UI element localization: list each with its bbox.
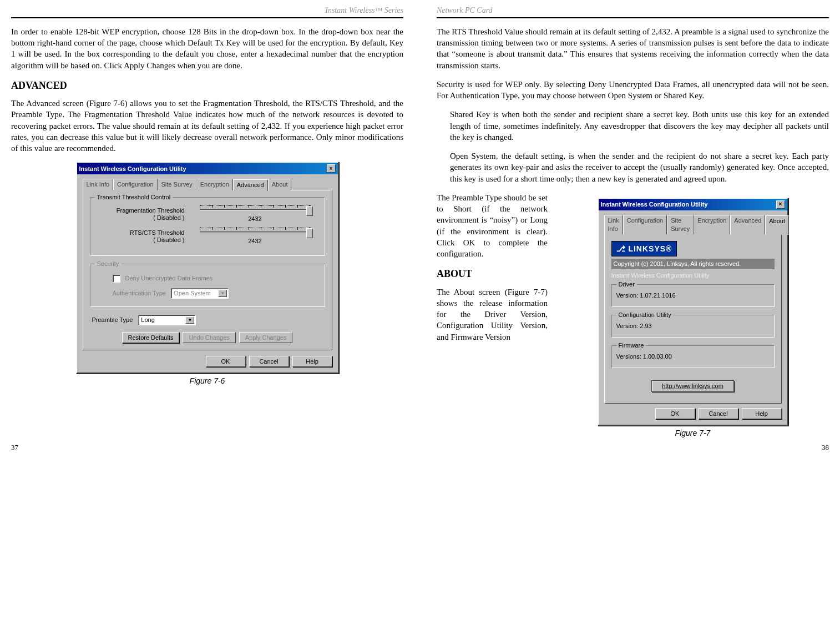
fragmentation-threshold-row: Fragmentation Threshold ( Disabled ) 243…: [96, 205, 319, 223]
group-security: Security Deny Unencrypted Data Frames Au…: [90, 264, 325, 307]
deny-unencrypted-row: Deny Unencrypted Data Frames: [113, 274, 319, 283]
auth-type-value: Open System: [174, 290, 211, 296]
group-driver: Driver Version: 1.07.21.1016: [611, 284, 775, 307]
fragmentation-value: 2432: [248, 215, 261, 223]
figure-caption: Figure 7-6: [11, 376, 403, 386]
auth-type-label: Authentication Type: [113, 290, 166, 296]
paragraph: The RTS Threshold Value should remain at…: [437, 26, 829, 71]
rts-slider[interactable]: [200, 228, 311, 236]
group-legend: Driver: [616, 280, 637, 289]
chevron-down-icon: ▼: [220, 291, 225, 297]
driver-version: Version: 1.07.21.1016: [616, 291, 770, 300]
fragmentation-label: Fragmentation Threshold ( Disabled ): [96, 207, 191, 222]
linksys-link[interactable]: http://www.linksys.com: [651, 380, 734, 392]
auth-type-row: Authentication Type Open System ▼: [113, 288, 319, 299]
paragraph: In order to enable 128-bit WEP encryptio…: [11, 26, 403, 71]
ok-button[interactable]: OK: [206, 356, 246, 367]
group-legend: Security: [95, 260, 122, 268]
heading-advanced: ADVANCED: [11, 79, 403, 92]
firmware-version: Versions: 1.00.03.00: [616, 353, 770, 361]
figure-caption: Figure 7-7: [556, 428, 829, 439]
group-config-utility: Configuration Utility Version: 2.93: [611, 315, 775, 338]
cancel-button[interactable]: Cancel: [249, 356, 289, 367]
button-row-1: Restore Defaults Undo Changes Apply Chan…: [90, 332, 325, 343]
paragraph: Security is used for WEP only. By select…: [437, 79, 829, 102]
tab-link-info[interactable]: Link Info: [604, 215, 623, 234]
tab-encryption[interactable]: Encryption: [694, 215, 730, 234]
auth-type-select[interactable]: Open System ▼: [171, 288, 229, 299]
paragraph: The About screen (Figure 7-7) shows the …: [437, 286, 548, 343]
two-page-spread: Instant Wireless™ Series In order to ena…: [11, 6, 829, 438]
dialog-tabs: Link Info Configuration Site Survey Encr…: [604, 215, 782, 234]
page-footer: 37 38: [11, 442, 829, 452]
close-icon[interactable]: ×: [776, 200, 785, 209]
tab-configuration[interactable]: Configuration: [113, 179, 157, 190]
tab-advanced[interactable]: Advanced: [730, 215, 765, 234]
group-firmware: Firmware Versions: 1.00.03.00: [611, 345, 775, 368]
group-legend: Configuration Utility: [616, 311, 674, 319]
dialog-titlebar: Instant Wireless Configuration Utility ×: [77, 163, 338, 174]
dialog-title: Instant Wireless Configuration Utility: [79, 165, 186, 173]
tab-configuration[interactable]: Configuration: [623, 215, 667, 234]
dialog-tabs: Link Info Configuration Site Survey Encr…: [83, 179, 332, 190]
dialog-titlebar: Instant Wireless Configuration Utility ×: [599, 199, 787, 210]
ok-button[interactable]: OK: [655, 408, 695, 419]
group-transmit-threshold: Transmit Threshold Control Fragmentation…: [90, 197, 325, 256]
about-dialog: Instant Wireless Configuration Utility ×…: [598, 198, 788, 426]
button-row-2: OK Cancel Help: [83, 356, 332, 367]
advanced-dialog: Instant Wireless Configuration Utility ×…: [76, 162, 339, 373]
paragraph: Open System, the default setting, is whe…: [450, 150, 829, 184]
paragraph: The Preamble Type should be set to Short…: [437, 192, 548, 260]
tab-link-info[interactable]: Link Info: [83, 179, 114, 190]
chevron-down-icon: ▼: [188, 318, 192, 324]
cancel-button[interactable]: Cancel: [699, 408, 738, 419]
button-row: OK Cancel Help: [604, 408, 782, 419]
page-number-right: 38: [822, 442, 829, 452]
slider-thumb-icon[interactable]: [306, 206, 313, 216]
page-header-left: Instant Wireless™ Series: [11, 6, 403, 18]
copyright-line: Copyright (c) 2001, Linksys, All rights …: [611, 259, 775, 269]
heading-about: ABOUT: [437, 267, 548, 280]
dialog-title: Instant Wireless Configuration Utility: [601, 200, 708, 209]
checkbox-icon[interactable]: [113, 275, 120, 283]
paragraph: The Advanced screen (Figure 7-6) allows …: [11, 98, 403, 154]
restore-defaults-button[interactable]: Restore Defaults: [122, 332, 180, 343]
preamble-row: Preamble Type Long ▼: [92, 315, 325, 325]
preamble-value: Long: [141, 316, 154, 323]
preamble-about-row: The Preamble Type should be set to Short…: [437, 192, 829, 439]
help-button[interactable]: Help: [292, 356, 332, 367]
close-icon[interactable]: ×: [327, 164, 336, 173]
rts-threshold-row: RTS/CTS Threshold ( Disabled ) 2432: [96, 228, 319, 245]
page-number-left: 37: [11, 442, 18, 452]
group-legend: Transmit Threshold Control: [95, 193, 173, 202]
rts-value: 2432: [248, 237, 261, 245]
undo-changes-button[interactable]: Undo Changes: [183, 332, 235, 343]
help-button[interactable]: Help: [742, 408, 782, 419]
tab-about[interactable]: About: [268, 179, 292, 190]
linksys-logo: ⎇ LINKSYS®: [611, 241, 677, 257]
preamble-select[interactable]: Long ▼: [138, 315, 196, 325]
group-legend: Firmware: [616, 341, 646, 350]
advanced-tab-panel: Transmit Threshold Control Fragmentation…: [83, 190, 332, 350]
subtitle-line: Instant Wireless Configuration Utility: [611, 271, 775, 280]
slider-thumb-icon[interactable]: [306, 228, 313, 238]
deny-unencrypted-label: Deny Unencrypted Data Frames: [125, 275, 213, 281]
paragraph: Shared Key is when both the sender and r…: [450, 109, 829, 143]
fragmentation-slider[interactable]: [200, 205, 311, 214]
apply-changes-button[interactable]: Apply Changes: [239, 332, 293, 343]
tab-advanced[interactable]: Advanced: [233, 179, 268, 191]
about-tab-panel: ⎇ LINKSYS® Copyright (c) 2001, Linksys, …: [604, 234, 782, 404]
rts-label: RTS/CTS Threshold ( Disabled ): [96, 229, 191, 244]
tab-encryption[interactable]: Encryption: [196, 179, 233, 190]
config-version: Version: 2.93: [616, 322, 770, 330]
page-header-right: Network PC Card: [437, 6, 829, 18]
tab-about[interactable]: About: [765, 215, 789, 235]
tab-site-survey[interactable]: Site Survey: [667, 215, 694, 234]
page-left: Instant Wireless™ Series In order to ena…: [11, 6, 403, 438]
preamble-label: Preamble Type: [92, 316, 133, 324]
tab-site-survey[interactable]: Site Survey: [158, 179, 196, 190]
page-right: Network PC Card The RTS Threshold Value …: [437, 6, 829, 438]
